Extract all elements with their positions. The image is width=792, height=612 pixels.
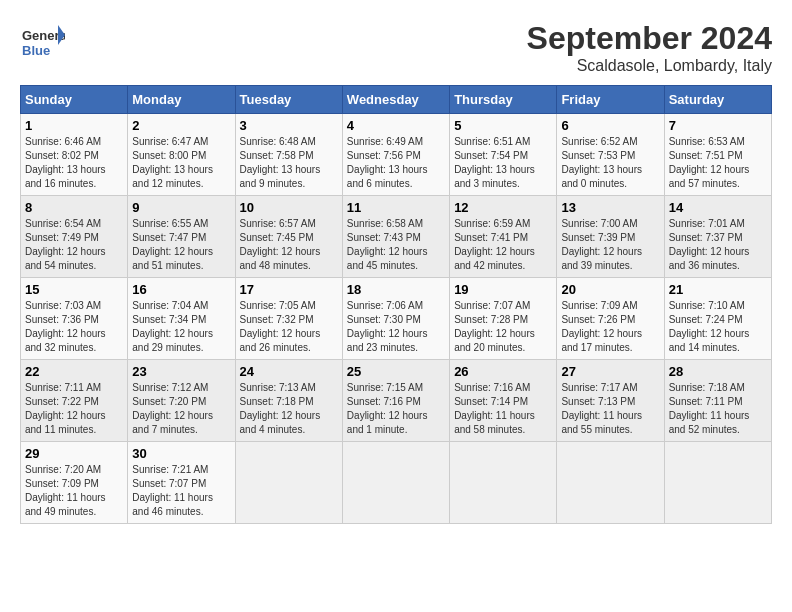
calendar-day-empty [235,442,342,524]
calendar-day-3: 3Sunrise: 6:48 AMSunset: 7:58 PMDaylight… [235,114,342,196]
calendar-day-1: 1Sunrise: 6:46 AMSunset: 8:02 PMDaylight… [21,114,128,196]
day-number: 3 [240,118,338,133]
day-number: 14 [669,200,767,215]
day-number: 4 [347,118,445,133]
day-info: Sunrise: 7:17 AMSunset: 7:13 PMDaylight:… [561,382,642,435]
calendar-day-2: 2Sunrise: 6:47 AMSunset: 8:00 PMDaylight… [128,114,235,196]
calendar-day-20: 20Sunrise: 7:09 AMSunset: 7:26 PMDayligh… [557,278,664,360]
calendar-week-2: 8Sunrise: 6:54 AMSunset: 7:49 PMDaylight… [21,196,772,278]
header-wednesday: Wednesday [342,86,449,114]
day-number: 9 [132,200,230,215]
day-number: 24 [240,364,338,379]
day-number: 20 [561,282,659,297]
day-number: 10 [240,200,338,215]
day-number: 22 [25,364,123,379]
calendar-day-empty [557,442,664,524]
page-header: General Blue September 2024 Scaldasole, … [20,20,772,75]
calendar-day-18: 18Sunrise: 7:06 AMSunset: 7:30 PMDayligh… [342,278,449,360]
calendar-day-27: 27Sunrise: 7:17 AMSunset: 7:13 PMDayligh… [557,360,664,442]
day-number: 17 [240,282,338,297]
calendar-day-22: 22Sunrise: 7:11 AMSunset: 7:22 PMDayligh… [21,360,128,442]
day-number: 13 [561,200,659,215]
day-info: Sunrise: 7:01 AMSunset: 7:37 PMDaylight:… [669,218,750,271]
day-number: 26 [454,364,552,379]
calendar-table: SundayMondayTuesdayWednesdayThursdayFrid… [20,85,772,524]
day-info: Sunrise: 7:03 AMSunset: 7:36 PMDaylight:… [25,300,106,353]
title-block: September 2024 Scaldasole, Lombardy, Ita… [527,20,772,75]
calendar-day-6: 6Sunrise: 6:52 AMSunset: 7:53 PMDaylight… [557,114,664,196]
day-info: Sunrise: 7:10 AMSunset: 7:24 PMDaylight:… [669,300,750,353]
calendar-day-4: 4Sunrise: 6:49 AMSunset: 7:56 PMDaylight… [342,114,449,196]
calendar-day-13: 13Sunrise: 7:00 AMSunset: 7:39 PMDayligh… [557,196,664,278]
day-info: Sunrise: 7:04 AMSunset: 7:34 PMDaylight:… [132,300,213,353]
day-info: Sunrise: 7:18 AMSunset: 7:11 PMDaylight:… [669,382,750,435]
day-number: 27 [561,364,659,379]
calendar-day-30: 30Sunrise: 7:21 AMSunset: 7:07 PMDayligh… [128,442,235,524]
logo: General Blue [20,20,64,60]
day-info: Sunrise: 6:59 AMSunset: 7:41 PMDaylight:… [454,218,535,271]
calendar-day-26: 26Sunrise: 7:16 AMSunset: 7:14 PMDayligh… [450,360,557,442]
day-number: 11 [347,200,445,215]
logo-icon: General Blue [20,20,60,60]
day-number: 5 [454,118,552,133]
day-number: 29 [25,446,123,461]
day-info: Sunrise: 7:09 AMSunset: 7:26 PMDaylight:… [561,300,642,353]
day-number: 7 [669,118,767,133]
header-friday: Friday [557,86,664,114]
calendar-day-empty [450,442,557,524]
calendar-day-23: 23Sunrise: 7:12 AMSunset: 7:20 PMDayligh… [128,360,235,442]
header-tuesday: Tuesday [235,86,342,114]
calendar-day-12: 12Sunrise: 6:59 AMSunset: 7:41 PMDayligh… [450,196,557,278]
calendar-day-8: 8Sunrise: 6:54 AMSunset: 7:49 PMDaylight… [21,196,128,278]
calendar-day-11: 11Sunrise: 6:58 AMSunset: 7:43 PMDayligh… [342,196,449,278]
day-info: Sunrise: 7:05 AMSunset: 7:32 PMDaylight:… [240,300,321,353]
day-number: 21 [669,282,767,297]
day-info: Sunrise: 6:49 AMSunset: 7:56 PMDaylight:… [347,136,428,189]
calendar-day-25: 25Sunrise: 7:15 AMSunset: 7:16 PMDayligh… [342,360,449,442]
day-info: Sunrise: 7:15 AMSunset: 7:16 PMDaylight:… [347,382,428,435]
day-info: Sunrise: 6:55 AMSunset: 7:47 PMDaylight:… [132,218,213,271]
calendar-day-5: 5Sunrise: 6:51 AMSunset: 7:54 PMDaylight… [450,114,557,196]
day-info: Sunrise: 7:06 AMSunset: 7:30 PMDaylight:… [347,300,428,353]
day-info: Sunrise: 6:58 AMSunset: 7:43 PMDaylight:… [347,218,428,271]
calendar-day-7: 7Sunrise: 6:53 AMSunset: 7:51 PMDaylight… [664,114,771,196]
day-number: 16 [132,282,230,297]
day-number: 30 [132,446,230,461]
calendar-day-17: 17Sunrise: 7:05 AMSunset: 7:32 PMDayligh… [235,278,342,360]
calendar-day-21: 21Sunrise: 7:10 AMSunset: 7:24 PMDayligh… [664,278,771,360]
calendar-week-1: 1Sunrise: 6:46 AMSunset: 8:02 PMDaylight… [21,114,772,196]
day-info: Sunrise: 6:53 AMSunset: 7:51 PMDaylight:… [669,136,750,189]
page-title: September 2024 [527,20,772,57]
calendar-day-28: 28Sunrise: 7:18 AMSunset: 7:11 PMDayligh… [664,360,771,442]
calendar-day-19: 19Sunrise: 7:07 AMSunset: 7:28 PMDayligh… [450,278,557,360]
day-info: Sunrise: 6:51 AMSunset: 7:54 PMDaylight:… [454,136,535,189]
calendar-day-empty [342,442,449,524]
day-info: Sunrise: 6:54 AMSunset: 7:49 PMDaylight:… [25,218,106,271]
day-info: Sunrise: 7:07 AMSunset: 7:28 PMDaylight:… [454,300,535,353]
calendar-week-3: 15Sunrise: 7:03 AMSunset: 7:36 PMDayligh… [21,278,772,360]
calendar-day-14: 14Sunrise: 7:01 AMSunset: 7:37 PMDayligh… [664,196,771,278]
day-info: Sunrise: 7:21 AMSunset: 7:07 PMDaylight:… [132,464,213,517]
day-info: Sunrise: 7:20 AMSunset: 7:09 PMDaylight:… [25,464,106,517]
day-info: Sunrise: 7:16 AMSunset: 7:14 PMDaylight:… [454,382,535,435]
calendar-week-4: 22Sunrise: 7:11 AMSunset: 7:22 PMDayligh… [21,360,772,442]
day-number: 28 [669,364,767,379]
day-number: 19 [454,282,552,297]
calendar-day-empty [664,442,771,524]
calendar-day-9: 9Sunrise: 6:55 AMSunset: 7:47 PMDaylight… [128,196,235,278]
calendar-day-10: 10Sunrise: 6:57 AMSunset: 7:45 PMDayligh… [235,196,342,278]
day-info: Sunrise: 7:12 AMSunset: 7:20 PMDaylight:… [132,382,213,435]
day-info: Sunrise: 7:11 AMSunset: 7:22 PMDaylight:… [25,382,106,435]
calendar-week-5: 29Sunrise: 7:20 AMSunset: 7:09 PMDayligh… [21,442,772,524]
day-number: 6 [561,118,659,133]
day-number: 12 [454,200,552,215]
day-info: Sunrise: 6:47 AMSunset: 8:00 PMDaylight:… [132,136,213,189]
svg-text:Blue: Blue [22,43,50,58]
day-info: Sunrise: 6:46 AMSunset: 8:02 PMDaylight:… [25,136,106,189]
day-number: 23 [132,364,230,379]
day-number: 1 [25,118,123,133]
day-number: 15 [25,282,123,297]
header-thursday: Thursday [450,86,557,114]
page-subtitle: Scaldasole, Lombardy, Italy [527,57,772,75]
day-number: 25 [347,364,445,379]
